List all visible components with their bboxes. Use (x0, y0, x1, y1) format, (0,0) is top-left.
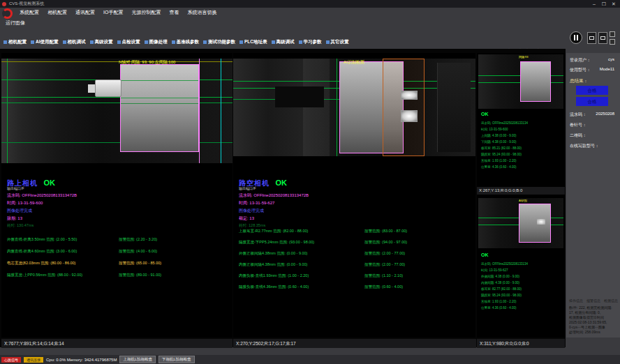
camera-image-right[interactable]: AI识别检测 (233, 59, 475, 156)
title-bar: CVS-视觉检测系统 – ☐ ✕ (0, 0, 620, 8)
tab-highlight (537, 219, 545, 225)
measurement-rows: 外侧直线-距离3.50mm 范围: (2.00 - 5.50) 报警范围: (2… (1, 237, 232, 285)
thumb-data-line: 直线度: 1.93 (1.00 - 2.20) (481, 158, 563, 164)
log-line: 数/件: 222, 检测完检测间隔: (569, 305, 618, 310)
tab-label: 高级调试 (276, 39, 295, 45)
tab-item[interactable]: PLC地址表 (237, 38, 270, 46)
tab-item[interactable]: 图像处理 (142, 38, 170, 46)
menu-item[interactable]: 通讯配置 (71, 9, 99, 16)
tab-label: 其它设置 (331, 39, 349, 45)
spool-row: 卷针号： (570, 122, 617, 128)
qr-label: 二维码： (570, 132, 586, 139)
thumb-data-line: 外侧间隔: 4.38 (0.00 - 9.00) (481, 273, 563, 280)
tab-bullet-icon (326, 40, 330, 44)
heartbeat-badge: 心跳信号 (1, 357, 21, 363)
log-line: 处理时间: 258.09ms (569, 330, 618, 335)
camera-a-button[interactable] (587, 32, 596, 44)
hint-text: 耗时: 128.35ms (239, 223, 265, 228)
cell-block (519, 204, 551, 243)
output-port-label: 输出端口/F (7, 186, 24, 190)
result-box: 合格 (576, 97, 608, 106)
serial-value: 20250208 (596, 112, 614, 118)
maximize-icon[interactable]: ☐ (599, 0, 609, 8)
camera-image-left[interactable]: N轴对:间隔: 93. 90:左间隔:100 (1, 59, 232, 163)
tab-label: 测试功能参数 (208, 39, 235, 45)
thumb-data-line: 流水码: OFFline20250208133134 (481, 261, 563, 267)
measurement-row: 上极耳宽-R2.77mm 范围: (82.00 - 88.00) 报警范围: (… (233, 229, 475, 240)
user-row: 登录用户： cys (570, 57, 617, 63)
menu-item[interactable]: 系统配置 (15, 9, 43, 16)
total-result-label: 总结果： (570, 78, 588, 84)
result-ok-badge: OK (275, 179, 287, 187)
pause-icon (577, 35, 578, 40)
menu-item[interactable]: 相机配置 (43, 9, 71, 16)
tab-bullet-icon (63, 40, 66, 44)
model-row: 使用型号： Mode11 (570, 67, 617, 73)
log-tab[interactable]: 检测信息 (604, 298, 618, 303)
camera-b-button[interactable] (598, 32, 607, 44)
thumb-data-line: 隔膜宽: 95.24 (93.00 - 98.00) (481, 292, 563, 298)
machine-part (275, 86, 324, 107)
tab-item[interactable]: 相机配置 (1, 38, 29, 46)
tab-label: 高级设置 (95, 39, 113, 45)
tab-item[interactable]: 学习参数 (297, 38, 324, 46)
app-window: CVS-视觉检测系统 – ☐ ✕ 系统配置相机配置通讯配置IO手配置光源控制配置… (0, 0, 620, 364)
menu-item[interactable]: 光源控制配置 (127, 9, 165, 16)
serial-text: 流水码: OFFline2025020813313472B (7, 192, 77, 199)
tab-item[interactable]: 基准线参数 (170, 38, 202, 46)
tab-item[interactable]: 测试功能参数 (201, 38, 237, 46)
thumb-overlay-text: 间隔:93 (519, 55, 529, 59)
tab-label: 图像处理 (149, 39, 168, 45)
gear-icon[interactable] (610, 39, 615, 45)
total-result-boxes: 合格合格 (576, 86, 608, 106)
machine-column (437, 63, 471, 152)
log-tab[interactable]: 操作信息 (569, 298, 583, 303)
minimize-icon[interactable]: – (589, 0, 599, 8)
tab-label: AI使用配置 (36, 39, 59, 45)
measurement-value: 隔膜宽度-上PP0.56mm 范围: (88.00 - 92.00) (7, 273, 82, 278)
thumb-data-line: 上间隔: 4.38 (0.00 - 9.00) (481, 132, 563, 139)
thumb-data-line: 直线度: 1.93 (1.00 - 2.20) (481, 298, 563, 305)
tab-item[interactable]: AI使用配置 (29, 38, 61, 46)
alarm-range: 报警范围: (94.00 - 97.00) (364, 240, 407, 245)
thumb-data-lines: 流水码: OFFline20250208133134时间: 13-31-59-6… (481, 120, 563, 170)
thumb-data-line: 位置度: 4.36 (0.60 - 4.00) (481, 305, 563, 311)
tab-item[interactable]: 点检设置 (115, 38, 142, 46)
tab-item[interactable]: 高级调试 (270, 38, 297, 46)
pause-icon (574, 35, 575, 40)
pause-button[interactable] (570, 31, 582, 44)
log-tab[interactable]: 报警信息 (586, 298, 600, 303)
tab-label: PLC地址表 (244, 39, 267, 45)
menu-item[interactable]: 查看 (165, 9, 183, 16)
upper-camera-check-button[interactable]: 上相机L拍相检查 (119, 356, 156, 363)
tab-item[interactable]: 其它设置 (324, 38, 351, 46)
close-icon[interactable]: ✕ (609, 0, 619, 8)
output-port-label: 输出端口/F (239, 186, 256, 190)
tool-icon[interactable] (610, 31, 615, 37)
measurement-value: 外侧正极间隔4.38mm 范围: (0.00 - 9.00) (239, 251, 307, 256)
alarm-range: 报警范围: (2.00 - 77.00) (364, 262, 405, 267)
status-text: 图像处理完成 (7, 208, 32, 214)
serial-row: 流水码： 20250208 (570, 112, 617, 118)
qr-row: 二维码： (570, 132, 617, 139)
lower-camera-check-button[interactable]: 下相机L拍相检查 (158, 356, 195, 363)
menu-item[interactable]: IO手配置 (99, 9, 127, 16)
measurement-value: 内侧直线-距离4.60mm 范围: (3.00 - 6.00) (7, 249, 77, 254)
overlay-ai-text: AI识别检测 (344, 59, 364, 66)
thumb-overlay-text: AI识别 (519, 199, 527, 202)
model-select[interactable]: Mode11 (600, 67, 614, 73)
thumbnail-top-image[interactable]: 间隔:93 (478, 54, 563, 109)
tab-item[interactable]: 高级设置 (88, 38, 115, 46)
menu-item[interactable]: 系统语言切换 (183, 9, 221, 16)
tab-label: 学习参数 (304, 39, 322, 45)
log-line: 检测图像取得完毕时间 (569, 315, 618, 320)
hint-text: 耗时: 130.47ms (7, 223, 34, 228)
log-line: 0-cys一号上检测一图像 (569, 325, 618, 330)
window-title: CVS-视觉检测系统 (9, 1, 44, 7)
thumb-data-line: 极耳宽: 82.77 (82.00 - 88.00) (481, 286, 563, 292)
thumbnail-column: 间隔:93 OK 流水码: OFFline20250208133134时间: 1… (477, 53, 565, 338)
comm-badge: 通讯连接 (24, 357, 43, 363)
tab-item[interactable]: 相机调试 (61, 38, 88, 46)
thumbnail-bottom-image[interactable]: AI识别 (478, 198, 563, 248)
alarm-range: 报警范围: (1.10 - 2.10) (364, 273, 403, 278)
